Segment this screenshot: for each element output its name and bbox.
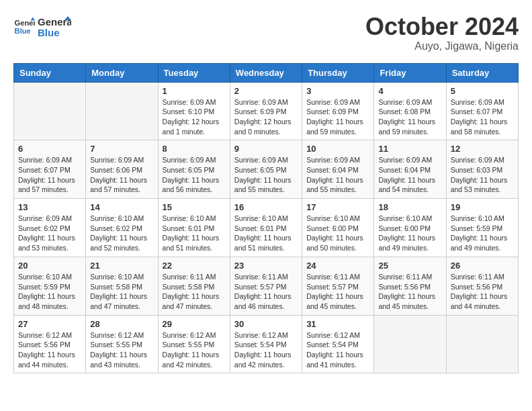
day-number: 23 <box>234 261 298 271</box>
daylight-text: Daylight: 11 hours and 49 minutes. <box>451 233 514 253</box>
calendar-cell: 5Sunrise: 6:09 AMSunset: 6:07 PMDaylight… <box>446 82 518 140</box>
calendar-cell: 30Sunrise: 6:12 AMSunset: 5:54 PMDayligh… <box>230 315 302 373</box>
calendar-cell: 19Sunrise: 6:10 AMSunset: 5:59 PMDayligh… <box>446 199 518 257</box>
calendar-cell: 26Sunrise: 6:11 AMSunset: 5:56 PMDayligh… <box>446 257 518 315</box>
daylight-text: Daylight: 11 hours and 45 minutes. <box>378 291 441 311</box>
calendar-cell <box>446 315 518 373</box>
calendar-cell: 28Sunrise: 6:12 AMSunset: 5:55 PMDayligh… <box>86 315 158 373</box>
calendar-cell: 24Sunrise: 6:11 AMSunset: 5:57 PMDayligh… <box>302 257 374 315</box>
day-number: 26 <box>451 261 514 271</box>
day-number: 13 <box>18 202 81 212</box>
daylight-text: Daylight: 11 hours and 53 minutes. <box>451 175 514 195</box>
day-number: 5 <box>451 86 514 96</box>
day-info: Sunrise: 6:10 AMSunset: 6:02 PMDaylight:… <box>90 214 153 253</box>
calendar-cell: 20Sunrise: 6:10 AMSunset: 5:59 PMDayligh… <box>14 257 86 315</box>
sunrise-text: Sunrise: 6:09 AM <box>234 155 298 165</box>
day-info: Sunrise: 6:11 AMSunset: 5:57 PMDaylight:… <box>234 272 298 312</box>
day-number: 20 <box>18 261 81 271</box>
day-info: Sunrise: 6:11 AMSunset: 5:56 PMDaylight:… <box>378 272 441 312</box>
daylight-text: Daylight: 11 hours and 49 minutes. <box>378 233 441 253</box>
daylight-text: Daylight: 11 hours and 46 minutes. <box>234 291 298 311</box>
calendar-cell: 10Sunrise: 6:09 AMSunset: 6:04 PMDayligh… <box>302 140 374 199</box>
day-info: Sunrise: 6:09 AMSunset: 6:07 PMDaylight:… <box>451 97 514 137</box>
sunset-text: Sunset: 5:55 PM <box>90 340 153 350</box>
calendar-cell: 14Sunrise: 6:10 AMSunset: 6:02 PMDayligh… <box>86 199 158 257</box>
calendar-cell: 27Sunrise: 6:12 AMSunset: 5:56 PMDayligh… <box>14 315 86 373</box>
daylight-text: Daylight: 11 hours and 44 minutes. <box>18 350 81 369</box>
daylight-text: Daylight: 11 hours and 42 minutes. <box>163 350 226 369</box>
calendar-cell: 8Sunrise: 6:09 AMSunset: 6:05 PMDaylight… <box>158 140 230 199</box>
day-number: 22 <box>163 261 226 271</box>
calendar-cell: 31Sunrise: 6:12 AMSunset: 5:54 PMDayligh… <box>302 315 374 373</box>
day-info: Sunrise: 6:11 AMSunset: 5:57 PMDaylight:… <box>306 272 369 312</box>
sunset-text: Sunset: 5:56 PM <box>378 282 441 292</box>
sunset-text: Sunset: 5:55 PM <box>163 340 226 350</box>
sunrise-text: Sunrise: 6:10 AM <box>451 214 514 224</box>
sunrise-text: Sunrise: 6:12 AM <box>163 330 226 340</box>
day-info: Sunrise: 6:09 AMSunset: 6:05 PMDaylight:… <box>234 155 298 195</box>
day-number: 16 <box>234 202 298 212</box>
sunrise-text: Sunrise: 6:09 AM <box>234 97 298 107</box>
calendar-cell: 11Sunrise: 6:09 AMSunset: 6:04 PMDayligh… <box>374 140 446 199</box>
weekday-header-row: SundayMondayTuesdayWednesdayThursdayFrid… <box>14 63 519 82</box>
calendar-cell: 2Sunrise: 6:09 AMSunset: 6:09 PMDaylight… <box>230 82 302 140</box>
sunrise-text: Sunrise: 6:09 AM <box>18 214 81 224</box>
daylight-text: Daylight: 11 hours and 59 minutes. <box>306 117 369 136</box>
sunset-text: Sunset: 5:58 PM <box>163 282 226 292</box>
weekday-header: Tuesday <box>158 63 230 82</box>
sunset-text: Sunset: 5:54 PM <box>234 340 298 350</box>
calendar-body: 1Sunrise: 6:09 AMSunset: 6:10 PMDaylight… <box>14 82 519 373</box>
calendar-cell: 18Sunrise: 6:10 AMSunset: 6:00 PMDayligh… <box>374 199 446 257</box>
day-info: Sunrise: 6:10 AMSunset: 5:58 PMDaylight:… <box>90 272 153 312</box>
calendar-week-row: 6Sunrise: 6:09 AMSunset: 6:07 PMDaylight… <box>14 140 519 199</box>
calendar-cell: 22Sunrise: 6:11 AMSunset: 5:58 PMDayligh… <box>158 257 230 315</box>
sunrise-text: Sunrise: 6:09 AM <box>163 97 226 107</box>
sunset-text: Sunset: 6:07 PM <box>451 107 514 117</box>
sunrise-text: Sunrise: 6:09 AM <box>451 155 514 165</box>
day-number: 10 <box>306 144 369 154</box>
sunrise-text: Sunrise: 6:12 AM <box>234 330 298 340</box>
sunrise-text: Sunrise: 6:11 AM <box>451 272 514 282</box>
day-info: Sunrise: 6:09 AMSunset: 6:10 PMDaylight:… <box>163 97 226 137</box>
sunset-text: Sunset: 5:54 PM <box>306 340 369 350</box>
daylight-text: Daylight: 11 hours and 48 minutes. <box>18 291 81 311</box>
daylight-text: Daylight: 11 hours and 47 minutes. <box>90 291 153 311</box>
day-number: 29 <box>163 319 226 329</box>
day-info: Sunrise: 6:12 AMSunset: 5:54 PMDaylight:… <box>234 330 298 370</box>
day-info: Sunrise: 6:10 AMSunset: 5:59 PMDaylight:… <box>18 272 81 312</box>
calendar-cell <box>86 82 158 140</box>
daylight-text: Daylight: 11 hours and 51 minutes. <box>234 233 298 253</box>
calendar-cell: 6Sunrise: 6:09 AMSunset: 6:07 PMDaylight… <box>14 140 86 199</box>
sunrise-text: Sunrise: 6:11 AM <box>234 272 298 282</box>
day-info: Sunrise: 6:12 AMSunset: 5:56 PMDaylight:… <box>18 330 81 370</box>
daylight-text: Daylight: 11 hours and 59 minutes. <box>378 117 441 136</box>
sunrise-text: Sunrise: 6:10 AM <box>234 214 298 224</box>
day-info: Sunrise: 6:09 AMSunset: 6:05 PMDaylight:… <box>163 155 226 195</box>
day-info: Sunrise: 6:11 AMSunset: 5:56 PMDaylight:… <box>451 272 514 312</box>
daylight-text: Daylight: 11 hours and 42 minutes. <box>234 350 298 369</box>
sunrise-text: Sunrise: 6:10 AM <box>90 272 153 282</box>
daylight-text: Daylight: 11 hours and 52 minutes. <box>90 233 153 253</box>
logo-icon: General Blue <box>13 16 35 38</box>
calendar-cell: 16Sunrise: 6:10 AMSunset: 6:01 PMDayligh… <box>230 199 302 257</box>
day-number: 24 <box>306 261 369 271</box>
day-number: 8 <box>163 144 226 154</box>
sunrise-text: Sunrise: 6:10 AM <box>90 214 153 224</box>
calendar-cell: 15Sunrise: 6:10 AMSunset: 6:01 PMDayligh… <box>158 199 230 257</box>
day-info: Sunrise: 6:09 AMSunset: 6:06 PMDaylight:… <box>90 155 153 195</box>
weekday-header: Saturday <box>446 63 518 82</box>
day-info: Sunrise: 6:09 AMSunset: 6:04 PMDaylight:… <box>378 155 441 195</box>
sunset-text: Sunset: 5:59 PM <box>451 224 514 234</box>
sunrise-text: Sunrise: 6:10 AM <box>378 214 441 224</box>
day-info: Sunrise: 6:09 AMSunset: 6:09 PMDaylight:… <box>234 97 298 137</box>
calendar-cell: 13Sunrise: 6:09 AMSunset: 6:02 PMDayligh… <box>14 199 86 257</box>
day-number: 4 <box>378 86 441 96</box>
day-number: 25 <box>378 261 441 271</box>
sunrise-text: Sunrise: 6:10 AM <box>163 214 226 224</box>
day-info: Sunrise: 6:10 AMSunset: 6:01 PMDaylight:… <box>163 214 226 253</box>
daylight-text: Daylight: 11 hours and 53 minutes. <box>18 233 81 253</box>
sunrise-text: Sunrise: 6:11 AM <box>378 272 441 282</box>
day-info: Sunrise: 6:09 AMSunset: 6:04 PMDaylight:… <box>306 155 369 195</box>
calendar-week-row: 27Sunrise: 6:12 AMSunset: 5:56 PMDayligh… <box>14 315 519 373</box>
calendar-cell: 3Sunrise: 6:09 AMSunset: 6:09 PMDaylight… <box>302 82 374 140</box>
